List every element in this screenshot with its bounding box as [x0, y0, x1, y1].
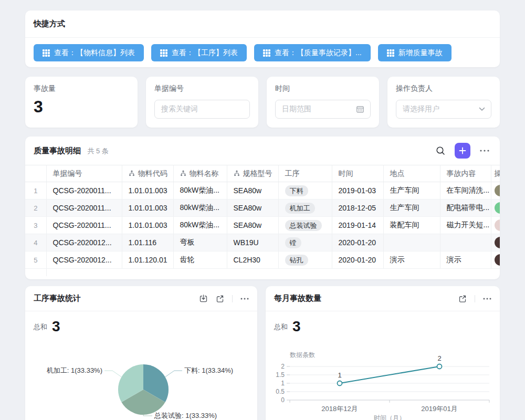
table-row[interactable]: 4QCSG-2020012...1.01.116弯板WB19U镗2020-01-…: [25, 234, 500, 251]
pie-more-button[interactable]: [240, 298, 249, 300]
add-record-button[interactable]: [455, 143, 470, 159]
column-header-label: 时间: [339, 169, 353, 177]
shortcuts-card: 快捷方式 查看：【物料信息】列表查看：【工序】列表查看：【质量事故记录】...新…: [25, 10, 500, 67]
column-header-6[interactable]: 时间: [332, 165, 383, 182]
table-cell: 演示: [440, 251, 491, 269]
table-cell: [383, 234, 440, 251]
process-tag: 镗: [285, 237, 301, 248]
column-header-label: 事故内容: [447, 169, 476, 177]
y-tick-label: 1.5: [276, 371, 285, 379]
table-row[interactable]: 5QCSG-2020012...1.01.120.01齿轮CL2H30钻孔202…: [25, 251, 500, 269]
pie-card-actions: [199, 294, 249, 303]
column-header-label: 工序: [285, 169, 300, 177]
open-chart-button[interactable]: [216, 295, 224, 303]
column-header-label: 物料代码: [138, 169, 167, 177]
operator-filter-label: 操作负责人: [396, 84, 491, 93]
calendar-icon: [356, 105, 364, 113]
table-cell: 生产车间: [383, 200, 440, 217]
table-cell: SEA80w: [227, 200, 278, 217]
data-point-label: 1: [338, 371, 341, 379]
table-row[interactable]: 3QCSG-2020011...1.01.01.00380kW柴油...SEA8…: [25, 217, 500, 234]
table-title: 质量事故明细: [34, 146, 81, 155]
keyword-search-input[interactable]: 搜索关键词: [154, 100, 250, 119]
table-cell: 2018-12-05: [332, 200, 383, 217]
pie-label-line: [143, 415, 152, 416]
table-cell: QCSG-2020012...: [46, 234, 122, 251]
record-count: 共 5 条: [87, 147, 108, 155]
avatar: [495, 202, 500, 214]
external-link-icon: [216, 295, 224, 303]
table-cell: 1.01.01.003: [122, 200, 173, 217]
table-more-button[interactable]: [480, 150, 489, 152]
table-scroll-area[interactable]: 单据编号物料代码物料名称规格型号工序时间地点事故内容操作负责人1QCSG-202…: [25, 165, 500, 276]
date-placeholder: 日期范围: [282, 104, 311, 114]
shortcut-button-label: 查看：【工序】列表: [172, 48, 238, 58]
process-tag: 钻孔: [285, 255, 308, 266]
date-filter-label: 时间: [275, 84, 371, 93]
y-tick-label: 2: [281, 363, 285, 370]
table-cell: 2020-01-20: [332, 234, 383, 251]
x-axis-name: 时间（月）: [374, 414, 405, 420]
monthly-line-chart: 数据条数00.511.5212018年12月22019年01月时间（月）: [266, 333, 500, 420]
table-cell: 1.01.116: [122, 234, 173, 251]
column-header-5[interactable]: 工序: [278, 165, 332, 182]
y-tick-label: 0: [281, 396, 285, 404]
relation-icon: [129, 170, 135, 176]
shortcut-button-2[interactable]: 查看：【工序】列表: [151, 44, 247, 61]
row-number-header: [25, 165, 46, 182]
shortcuts-title: 快捷方式: [34, 19, 65, 29]
date-filter-card: 时间 日期范围: [267, 77, 379, 128]
search-icon: [436, 146, 445, 155]
data-point[interactable]: [437, 364, 442, 369]
grid-icon: [160, 49, 167, 57]
data-point-label: 2: [437, 354, 441, 362]
table-cell: QCSG-2020011...: [46, 217, 122, 234]
table-actions: [436, 143, 489, 159]
table-cell: 齿轮: [173, 251, 227, 269]
table-cell: 机加工: [278, 200, 332, 217]
column-header-3[interactable]: 物料名称: [173, 165, 227, 182]
doc-number-filter-card: 单据编号 搜索关键词: [146, 77, 258, 128]
table-row[interactable]: 1QCSG-2020011...1.01.01.00380kW柴油...SEA8…: [25, 182, 500, 200]
shortcut-button-3[interactable]: 查看：【质量事故记录】...: [254, 44, 371, 61]
external-link-icon: [458, 295, 467, 303]
table-cell: 2019-01-14: [332, 217, 383, 234]
column-header-4[interactable]: 规格型号: [227, 165, 278, 182]
grid-icon: [263, 49, 270, 57]
data-point[interactable]: [338, 381, 342, 386]
open-chart-button[interactable]: [458, 295, 467, 303]
pie-card-header: 工序事故统计: [25, 286, 257, 311]
dashboard-page: 快捷方式 查看：【物料信息】列表查看：【工序】列表查看：【质量事故记录】...新…: [0, 0, 525, 420]
table-cell: 下料: [278, 182, 332, 200]
column-header-9[interactable]: 操作负责人: [491, 165, 500, 182]
column-header-7[interactable]: 地点: [383, 165, 440, 182]
table-row[interactable]: 2QCSG-2020011...1.01.01.00380kW柴油...SEA8…: [25, 200, 500, 217]
shortcut-button-4[interactable]: 新增质量事故: [378, 44, 452, 61]
process-tag: 总装试验: [285, 220, 322, 231]
process-stats-card: 工序事故统计: [25, 286, 257, 420]
table-cell: [491, 217, 500, 234]
table-cell: 2020-01-20: [332, 251, 383, 269]
process-pie-chart: 下料: 1(33.34%)总装试验: 1(33.33%)机加工: 1(33.33…: [25, 333, 257, 420]
user-select[interactable]: 请选择用户: [396, 100, 491, 119]
relation-icon: [180, 170, 186, 176]
search-button[interactable]: [436, 146, 445, 155]
table-cell: QCSG-2020011...: [46, 182, 122, 200]
column-header-8[interactable]: 事故内容: [440, 165, 491, 182]
table-toolbar: 质量事故明细 共 5 条: [25, 136, 500, 165]
table-cell: 1.01.120.01: [122, 251, 173, 269]
export-chart-button[interactable]: [199, 294, 208, 303]
pie-label-line: [104, 371, 121, 377]
row-number: 1: [25, 182, 46, 200]
incident-table-card: 质量事故明细 共 5 条: [25, 136, 500, 279]
shortcut-button-1[interactable]: 查看：【物料信息】列表: [34, 44, 144, 61]
column-header-label: 规格型号: [243, 169, 272, 177]
table-cell: 装配车间: [383, 217, 440, 234]
date-range-input[interactable]: 日期范围: [275, 100, 371, 119]
ellipsis-icon: [480, 150, 489, 152]
line-more-button[interactable]: [483, 298, 491, 300]
pie-slice-label: 下料: 1(33.34%): [184, 366, 233, 374]
column-header-2[interactable]: 物料代码: [122, 165, 173, 182]
column-header-1[interactable]: 单据编号: [46, 165, 122, 182]
table-cell: WB19U: [227, 234, 278, 251]
